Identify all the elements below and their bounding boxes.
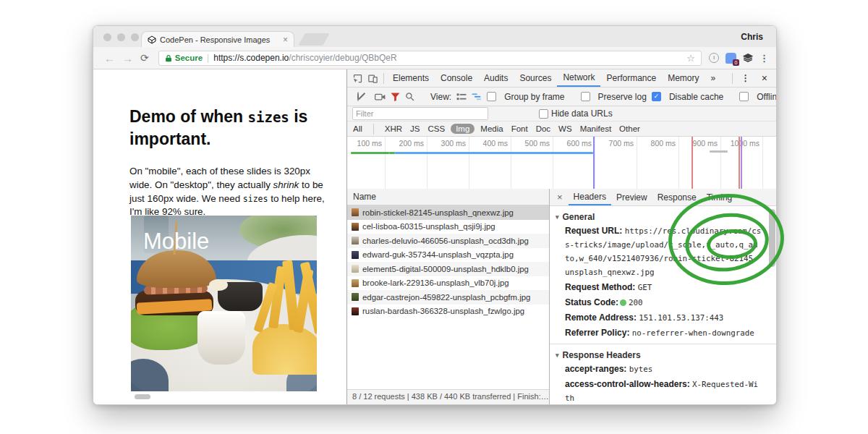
type-filter-doc[interactable]: Doc	[536, 124, 550, 133]
response-headers-section-header[interactable]: ▾ Response Headers	[556, 348, 762, 362]
disable-cache-checkbox[interactable]	[652, 92, 661, 101]
preserve-log-checkbox[interactable]	[581, 92, 590, 101]
type-filter-other[interactable]: Other	[619, 124, 640, 133]
request-row[interactable]: ruslan-bardash-366328-unsplash_fzwlgo.jp…	[347, 305, 549, 319]
view-label: View:	[430, 92, 451, 102]
browser-tab[interactable]: CodePen - Responsive Images ×	[141, 31, 294, 47]
triangle-down-icon: ▾	[556, 352, 559, 359]
request-row[interactable]: robin-stickel-82145-unsplash_qnexwz.jpg	[347, 205, 549, 220]
details-tab-response[interactable]: Response	[652, 190, 702, 205]
url-path[interactable]: /chriscoyier/debug/QBbQeR	[289, 53, 396, 63]
waterfall-view-icon[interactable]	[472, 93, 482, 101]
image-thumbnail	[352, 265, 359, 273]
browser-profile-name[interactable]: Chris	[741, 32, 763, 42]
gridline	[427, 137, 427, 189]
image-thumbnail	[352, 223, 359, 231]
filter-input[interactable]	[352, 107, 488, 120]
type-filter-img[interactable]: Img	[451, 124, 475, 134]
image-thumbnail	[352, 237, 359, 244]
capture-screenshots-icon[interactable]	[375, 93, 386, 101]
request-row[interactable]: brooke-lark-229136-unsplash_vlb70j.jpg	[347, 276, 549, 291]
device-toolbar-icon[interactable]	[367, 73, 378, 84]
request-row[interactable]: charles-deluvio-466056-unsplash_ocd3dh.j…	[347, 234, 549, 248]
url-origin[interactable]: https://s.codepen.io	[213, 53, 289, 63]
tick-label: 200 ms	[399, 139, 427, 148]
new-tab-button[interactable]	[298, 33, 329, 46]
window-controls[interactable]	[103, 33, 139, 41]
gridline	[720, 137, 721, 189]
type-filter-font[interactable]: Font	[511, 124, 528, 133]
tab-audits[interactable]: Audits	[478, 70, 514, 87]
hide-data-urls-label[interactable]: Hide data URLs	[551, 109, 613, 119]
tab-performance[interactable]: Performance	[600, 70, 662, 87]
forward-icon[interactable]: →	[122, 53, 133, 64]
minimize-window-button[interactable]	[117, 33, 125, 41]
bookmark-star-icon[interactable]: ☆	[686, 53, 695, 64]
horizontal-scrollbar-thumb[interactable]	[135, 394, 150, 399]
details-tab-preview[interactable]: Preview	[611, 190, 652, 205]
secure-badge[interactable]: Secure	[175, 54, 203, 62]
vertical-scrollbar-thumb[interactable]	[769, 209, 775, 267]
url-divider: |	[207, 53, 209, 63]
maximize-window-button[interactable]	[131, 33, 139, 41]
details-tab-timing[interactable]: Timing	[702, 190, 738, 205]
type-filter-xhr[interactable]: XHR	[385, 124, 402, 133]
devtools-close-icon[interactable]: ×	[756, 70, 773, 87]
tab-network[interactable]: Network	[557, 70, 600, 87]
request-row[interactable]: cel-lisboa-60315-unsplash_qsji9j.jpg	[347, 220, 549, 234]
gridline	[511, 137, 511, 189]
ghostery-extension-icon[interactable]: 0	[726, 53, 736, 64]
inspect-element-icon[interactable]	[352, 73, 363, 84]
network-overview-timeline[interactable]: 100 ms 200 ms 300 ms 400 ms 500 ms 600 m…	[347, 137, 776, 190]
large-rows-view-icon[interactable]	[456, 93, 467, 101]
preserve-log-label[interactable]: Preserve log	[598, 92, 647, 102]
name-column-header[interactable]: Name	[347, 189, 549, 205]
request-row[interactable]: element5-digital-500009-unsplash_hdklb0.…	[347, 262, 549, 276]
group-by-frame-checkbox[interactable]	[487, 92, 496, 101]
section-divider	[550, 344, 776, 344]
stack-extension-icon[interactable]	[743, 53, 753, 63]
network-main-area: Name robin-stickel-82145-unsplash_qnexwz…	[347, 189, 776, 404]
tab-console[interactable]: Console	[435, 70, 478, 87]
tab-close-icon[interactable]: ×	[283, 35, 288, 45]
type-filter-all[interactable]: All	[353, 124, 362, 133]
network-toolbar: View: Group by frame Preserve log Disabl…	[347, 88, 776, 106]
request-row[interactable]: edgar-castrejon-459822-unsplash_pcbgfm.j…	[347, 290, 549, 305]
tab-sources[interactable]: Sources	[514, 70, 557, 87]
extension-badge: 0	[733, 59, 739, 66]
type-filter-ws[interactable]: WS	[558, 124, 572, 133]
type-filter-js[interactable]: JS	[410, 124, 420, 133]
gridline	[469, 137, 469, 189]
browser-menu-icon[interactable]: ⋮	[760, 53, 769, 64]
browser-window: CodePen - Responsive Images × Chris ← → …	[93, 25, 777, 405]
more-tabs-icon[interactable]: »	[705, 70, 722, 87]
extension-area: i 0 ⋮	[709, 53, 769, 64]
clear-icon[interactable]	[357, 92, 359, 101]
filter-funnel-icon[interactable]	[391, 93, 400, 101]
timeline-bar-blue	[395, 152, 593, 154]
type-filter-manifest[interactable]: Manifest	[580, 124, 611, 133]
disable-cache-label[interactable]: Disable cache	[669, 92, 723, 102]
back-icon[interactable]: ←	[104, 53, 115, 64]
search-icon[interactable]	[405, 92, 414, 101]
hide-data-urls-checkbox[interactable]	[539, 109, 548, 119]
reload-icon[interactable]: ⟳	[140, 53, 149, 63]
offline-checkbox[interactable]	[739, 92, 749, 101]
page-info-icon[interactable]: i	[709, 53, 719, 63]
tick-label: 100 ms	[357, 139, 385, 148]
type-filter-media[interactable]: Media	[480, 124, 503, 133]
photo-ramekin	[197, 311, 245, 365]
details-tab-headers[interactable]: Headers	[569, 190, 611, 205]
close-window-button[interactable]	[103, 33, 111, 41]
request-row[interactable]: edward-guk-357344-unsplash_vqzpta.jpg	[347, 248, 549, 263]
general-section-header[interactable]: ▾ General	[556, 210, 762, 224]
type-filter-css[interactable]: CSS	[427, 124, 445, 133]
offline-label[interactable]: Offline	[757, 92, 776, 102]
address-bar[interactable]: Secure | https://s.codepen.io /chriscoyi…	[158, 51, 702, 66]
tab-memory[interactable]: Memory	[662, 70, 705, 87]
close-details-icon[interactable]: ×	[551, 192, 569, 203]
header-item: Request URL: https://res.cloudinary.com/…	[565, 224, 762, 279]
group-by-frame-label[interactable]: Group by frame	[504, 92, 564, 102]
devtools-menu-icon[interactable]: ⋮	[736, 70, 756, 87]
tab-elements[interactable]: Elements	[387, 70, 435, 87]
